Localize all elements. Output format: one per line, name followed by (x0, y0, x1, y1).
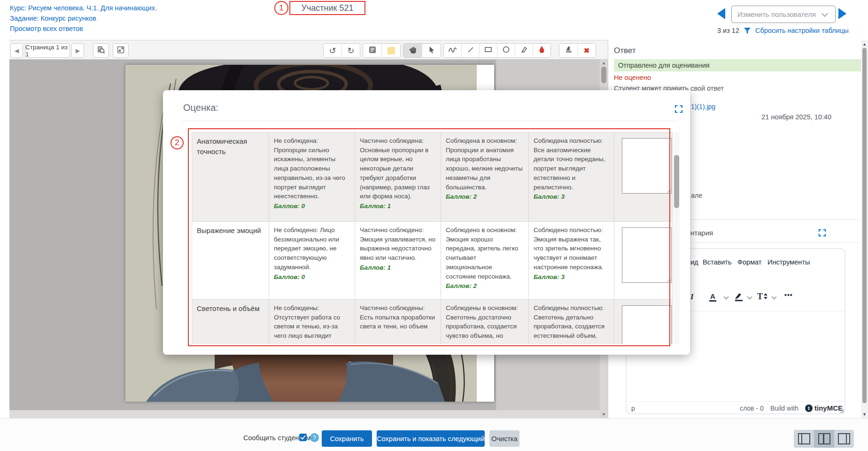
background-color-icon[interactable] (734, 291, 744, 303)
help-icon[interactable]: ? (310, 433, 319, 442)
filter-icon[interactable] (744, 28, 751, 36)
oval-tool-button[interactable] (497, 44, 515, 57)
rubric-row: Светотень и объёмНе соблюдены: Отсутству… (192, 300, 672, 344)
reset-button[interactable]: Очистка (489, 430, 519, 447)
rubric-remark-input[interactable] (622, 138, 672, 194)
annotation-colour-button[interactable] (533, 44, 550, 57)
delete-annotation-button[interactable]: ✖ (578, 44, 596, 57)
rubric-level-cell[interactable]: Частично соблюдены: Есть попытка прорабо… (355, 300, 441, 344)
rubric-scrollbar-thumb[interactable] (674, 155, 679, 208)
rubric-level-cell[interactable]: Соблюдены в основном: Светотень достаточ… (441, 300, 529, 344)
rubric-level-cell[interactable]: Соблюдено в основном: Эмоция хорошо пере… (441, 222, 529, 300)
expand-icon (117, 46, 124, 55)
editor-brand-name[interactable]: tinyMCE (814, 404, 843, 412)
editor-menu-format[interactable]: Формат (737, 258, 762, 266)
rubric-remark-input[interactable] (622, 227, 672, 283)
rubric-level-cell[interactable]: Не соблюдены: Отсутствует работа со свет… (269, 300, 355, 344)
rubric-level-cell[interactable]: Соблюдены полностью: Светотень детально … (529, 300, 614, 344)
scroll-down-icon[interactable]: ▼ (602, 412, 606, 417)
reset-table-preferences-link[interactable]: Сбросить настройки таблицы (755, 27, 849, 34)
layout-collapse-grade-button[interactable] (834, 430, 854, 448)
scroll-up-icon[interactable]: ▲ (602, 61, 606, 65)
rectangle-tool-button[interactable] (480, 44, 497, 57)
submission-file-link[interactable]: 1)(1).jpg (691, 103, 715, 110)
rotate-clockwise-button[interactable]: ↻ (342, 44, 360, 57)
highlighter-icon (520, 46, 528, 55)
stamp-tool-button[interactable] (559, 44, 578, 57)
layout-split-button[interactable] (814, 430, 834, 448)
text-color-icon[interactable]: A (709, 292, 716, 302)
select-group (403, 43, 441, 58)
editor-brand-prefix: Build with (770, 404, 798, 412)
font-size-icon[interactable]: T (757, 292, 763, 302)
rubric-level-text: Соблюдено в основном: Эмоция хорошо пере… (446, 226, 524, 281)
rubric-table: Анатомическая точностьНе соблюдена: Проп… (192, 132, 673, 344)
drag-hand-button[interactable] (403, 44, 422, 57)
editor-menu-tools[interactable]: Инструменты (767, 258, 810, 266)
rubric-criterion: Анатомическая точность (192, 132, 269, 222)
grade-modal: Оценка: Анатомическая точностьНе соблюде… (163, 90, 690, 355)
rubric-level-cell[interactable]: Соблюдена полностью: Все анатомические д… (529, 132, 614, 222)
scroll-down-icon[interactable]: ▼ (862, 412, 867, 417)
rubric-level-cell[interactable]: Не соблюдена: Пропорции сильно искажены,… (269, 132, 355, 222)
save-and-show-next-button[interactable]: Сохранить и показать следующий (377, 430, 485, 447)
rubric-level-cell[interactable]: Не соблюдено: Лицо безэмоционально или п… (269, 222, 355, 300)
layout-left-icon (798, 433, 810, 444)
comment-colour-button[interactable] (382, 44, 400, 57)
rubric-level-cell[interactable]: Соблюдено полностью: Эмоция выражена так… (529, 222, 614, 300)
comment-fullscreen-button[interactable] (818, 229, 826, 237)
italic-icon[interactable]: I (690, 292, 694, 302)
rubric-level-cell[interactable]: Соблюдена в основном: Пропорции и анатом… (441, 132, 529, 222)
breadcrumb-view-all-link[interactable]: Просмотр всех ответов (10, 25, 83, 32)
more-tools-icon[interactable]: ••• (784, 291, 793, 299)
pen-tool-button[interactable] (444, 44, 462, 57)
search-comments-button[interactable] (93, 43, 109, 58)
annotation-circle-2: 2 (170, 136, 184, 149)
rubric-level-cell[interactable]: Частично соблюдена: Основные пропорции в… (355, 132, 441, 222)
layout-collapse-review-button[interactable] (794, 430, 814, 448)
next-user-button[interactable] (838, 8, 846, 19)
grading-status: Не оценено (614, 74, 651, 81)
window-scrollbar-thumb[interactable] (862, 48, 867, 403)
rubric-level-text: Соблюдена полностью: Все анатомические д… (534, 136, 609, 192)
rubric-row: Анатомическая точностьНе соблюдена: Проп… (192, 132, 672, 222)
scroll-up-icon[interactable]: ▲ (862, 42, 867, 47)
previous-page-button[interactable]: ◀ (10, 43, 23, 58)
breadcrumb-course-link[interactable]: Курс: Рисуем человека. Ч.1. Для начинающ… (10, 4, 157, 12)
comment-colour-swatch-icon (388, 47, 395, 54)
rotate-counterclockwise-button[interactable]: ↺ (324, 44, 342, 57)
line-tool-button[interactable] (462, 44, 480, 57)
editor-menu-view[interactable]: ид (690, 258, 698, 266)
change-user-combobox[interactable]: Изменить пользователя (731, 6, 836, 23)
layout-split-icon (818, 433, 830, 444)
rubric-level-text: Соблюдены в основном: Светотень достаточ… (446, 303, 524, 341)
hand-icon (409, 46, 417, 56)
rubric-level-points: Баллов: 0 (274, 202, 350, 210)
comment-list-button[interactable] (363, 44, 382, 57)
rubric-level-points: Баллов: 1 (360, 202, 436, 210)
change-user-placeholder: Изменить пользователя (737, 10, 816, 18)
notify-students-checkbox[interactable] (299, 434, 307, 441)
pointer-icon (427, 46, 435, 55)
rubric-level-text: Частично соблюдена: Основные пропорции в… (360, 136, 436, 201)
window-scrollbar[interactable]: ▲ ▼ (861, 40, 868, 418)
rubric-level-points: Баллов: 3 (534, 273, 609, 280)
rubric-level-text: Не соблюдены: Отсутствует работа со свет… (274, 303, 350, 341)
canvas-scrollbar-thumb[interactable] (601, 67, 606, 83)
breadcrumb-assignment-link[interactable]: Задание: Конкурс рисунков (10, 15, 96, 22)
save-button[interactable]: Сохранить (322, 430, 372, 447)
highlight-tool-button[interactable] (515, 44, 533, 57)
editor-menu-insert[interactable]: Вставить (703, 258, 731, 266)
next-page-button[interactable]: ▶ (71, 43, 84, 58)
select-annotation-button[interactable] (422, 44, 441, 57)
rubric-level-points: Баллов: 2 (446, 282, 524, 289)
previous-user-button[interactable] (717, 8, 725, 19)
rubric-level-cell[interactable]: Частично соблюдено: Эмоция улавливается,… (355, 222, 441, 300)
horizontal-scrollbar[interactable] (9, 410, 600, 418)
size-down-icon (764, 297, 767, 299)
modal-fullscreen-button[interactable] (674, 105, 683, 113)
rubric-remark-input[interactable] (622, 305, 672, 344)
expand-view-button[interactable] (113, 43, 129, 58)
rubric-scrollbar[interactable] (673, 132, 680, 344)
editor-resize-handle[interactable] (839, 407, 845, 415)
